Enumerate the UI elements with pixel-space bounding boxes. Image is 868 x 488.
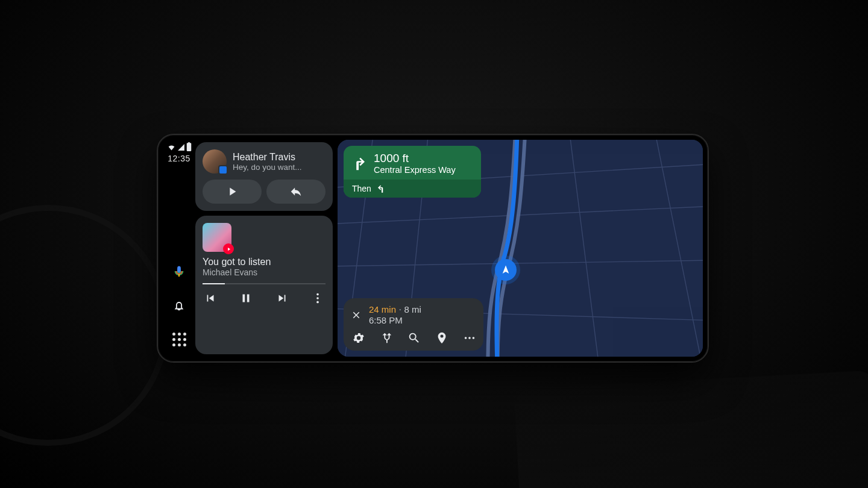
routes-button[interactable] bbox=[380, 331, 393, 345]
status-bar: 12:35 bbox=[167, 142, 192, 163]
messages-app-badge-icon bbox=[218, 165, 228, 175]
pause-icon bbox=[239, 292, 253, 305]
more-horiz-icon bbox=[463, 331, 476, 345]
skip-next-icon bbox=[275, 292, 289, 305]
track-title: You got to listen bbox=[203, 257, 326, 267]
youtube-music-badge-icon bbox=[223, 243, 234, 254]
media-card[interactable]: You got to listen Michael Evans bbox=[195, 216, 333, 354]
svg-point-16 bbox=[468, 337, 471, 339]
eta-distance: 8 mi bbox=[404, 304, 421, 314]
more-vert-icon bbox=[311, 292, 324, 305]
nav-settings-button[interactable] bbox=[352, 331, 365, 345]
search-icon bbox=[407, 331, 421, 345]
apps-grid-icon bbox=[172, 333, 186, 346]
system-rail: 12:35 bbox=[163, 140, 195, 357]
nav-more-button[interactable] bbox=[463, 331, 476, 345]
turn-left-icon bbox=[376, 183, 387, 194]
clock: 12:35 bbox=[168, 154, 190, 163]
gear-icon bbox=[352, 331, 365, 345]
app-launcher-button[interactable] bbox=[166, 327, 192, 352]
cards-column: Heather Travis Hey, do you want... You g… bbox=[195, 140, 333, 357]
dashboard-hint bbox=[514, 371, 868, 488]
eta-arrival: 6:58 PM bbox=[369, 315, 421, 325]
close-eta-button[interactable] bbox=[351, 310, 362, 321]
notification-sender: Heather Travis bbox=[233, 152, 302, 163]
turn-right-icon bbox=[350, 154, 368, 172]
svg-rect-1 bbox=[177, 267, 181, 272]
nav-search-button[interactable] bbox=[407, 331, 421, 345]
svg-point-5 bbox=[316, 301, 319, 304]
pin-icon bbox=[435, 331, 448, 345]
next-turn-row: Then bbox=[344, 180, 481, 198]
current-location-marker bbox=[495, 259, 517, 281]
places-button[interactable] bbox=[435, 331, 448, 345]
svg-point-3 bbox=[316, 293, 319, 296]
turn-card[interactable]: 1000 ft Central Express Way Then bbox=[344, 146, 481, 198]
close-icon bbox=[351, 310, 362, 321]
steering-wheel-hint bbox=[0, 205, 169, 446]
reply-button[interactable] bbox=[266, 180, 326, 204]
album-art bbox=[203, 223, 231, 252]
eta-card[interactable]: 24 min · 8 mi 6:58 PM bbox=[344, 298, 483, 351]
reply-icon bbox=[289, 185, 303, 198]
head-unit-display: 12:35 bbox=[157, 134, 709, 363]
cell-signal-icon bbox=[177, 143, 185, 151]
map-view[interactable]: 1000 ft Central Express Way Then 24 min … bbox=[338, 140, 703, 357]
turn-distance: 1000 ft bbox=[374, 152, 456, 165]
play-message-button[interactable] bbox=[203, 180, 262, 204]
mic-icon bbox=[172, 265, 186, 278]
play-icon bbox=[225, 185, 239, 198]
bell-icon bbox=[172, 299, 186, 312]
notification-preview: Hey, do you want... bbox=[233, 163, 302, 172]
svg-point-15 bbox=[465, 337, 467, 339]
navigation-arrow-icon bbox=[500, 264, 511, 275]
skip-previous-icon bbox=[204, 292, 217, 305]
alt-route-icon bbox=[380, 331, 393, 345]
skip-previous-button[interactable] bbox=[204, 292, 217, 305]
notifications-button[interactable] bbox=[166, 293, 192, 318]
assistant-button[interactable] bbox=[166, 259, 192, 284]
turn-road: Central Express Way bbox=[374, 165, 456, 175]
svg-point-4 bbox=[316, 297, 319, 299]
wifi-icon bbox=[167, 143, 176, 151]
battery-icon bbox=[186, 142, 192, 151]
eta-duration: 24 min bbox=[369, 304, 396, 314]
track-artist: Michael Evans bbox=[203, 267, 326, 277]
skip-next-button[interactable] bbox=[275, 292, 289, 305]
media-more-button[interactable] bbox=[311, 292, 324, 305]
pause-button[interactable] bbox=[239, 292, 253, 305]
notification-card[interactable]: Heather Travis Hey, do you want... bbox=[195, 142, 333, 211]
svg-point-17 bbox=[473, 337, 475, 339]
playback-progress[interactable] bbox=[203, 283, 326, 284]
then-label: Then bbox=[352, 184, 371, 193]
avatar bbox=[203, 149, 227, 174]
